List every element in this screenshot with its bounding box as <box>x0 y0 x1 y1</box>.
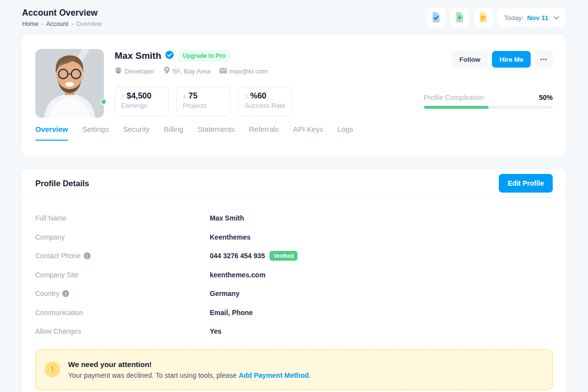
detail-row-country: Country ! Germany <box>35 284 553 303</box>
tab-billing[interactable]: Billing <box>164 125 183 141</box>
verified-seal-icon <box>165 50 174 61</box>
profile-role[interactable]: Developer <box>115 67 155 75</box>
online-status-dot <box>100 98 107 105</box>
profile-completion: Profile Compleation 50% <box>424 94 553 109</box>
edit-profile-button[interactable]: Edit Profile <box>499 174 553 193</box>
upgrade-to-pro-badge[interactable]: Upgrade to Pro <box>178 50 230 62</box>
more-options-button[interactable]: ••• <box>535 51 553 68</box>
info-icon[interactable]: ! <box>62 290 69 297</box>
page-header: Account Overview Home • Account • Overvi… <box>0 0 588 34</box>
profile-email[interactable]: max@kt.com <box>220 67 268 75</box>
detail-value: keenthemes.com <box>210 271 266 279</box>
date-picker[interactable]: Today: Nov 11 <box>497 8 566 27</box>
tab-settings[interactable]: Settings <box>82 125 109 141</box>
details-body: Full Name Max Smith Company Keenthemes C… <box>22 198 566 341</box>
date-label: Today: <box>504 14 524 22</box>
alert-content: We need your attention! Your payment was… <box>68 360 311 379</box>
attention-alert: ! We need your attention! Your payment w… <box>35 349 553 390</box>
warning-icon: ! <box>45 362 60 377</box>
profile-meta: Developer SF, Bay Area max@kt.com <box>115 67 424 75</box>
detail-value: Max Smith <box>210 214 244 222</box>
breadcrumb: Home • Account • Overview <box>22 21 101 27</box>
stat-value: %60 <box>250 91 267 100</box>
file-add-icon <box>455 12 465 24</box>
detail-label: Communication <box>35 309 210 317</box>
chevron-down-icon <box>554 15 559 21</box>
detail-row-communication: Communication Email, Phone <box>35 303 553 322</box>
detail-label: Company <box>35 233 210 241</box>
profile-details-card: Profile Details Edit Profile Full Name M… <box>22 169 566 392</box>
detail-row-allow-changes: Allow Changes Yes <box>35 322 553 341</box>
breadcrumb-separator: • <box>41 21 43 27</box>
date-value: Nov 11 <box>527 14 548 22</box>
detail-value: 044 3276 454 935 <box>210 252 265 260</box>
profile-stats: ↑ $4,500 Earnings ↓ 75 Projects ↑ %60 <box>115 87 424 116</box>
details-title: Profile Details <box>35 179 89 188</box>
tab-api-keys[interactable]: API Keys <box>293 125 323 141</box>
stat-projects: ↓ 75 Projects <box>176 87 230 116</box>
profile-card: Max Smith Upgrade to Pro Developer <box>22 34 566 157</box>
stat-value: $4,500 <box>127 91 151 100</box>
detail-value: Keenthemes <box>210 233 250 241</box>
detail-value: Germany <box>210 290 240 297</box>
alert-title: We need your attention! <box>68 360 311 368</box>
completion-progress-fill <box>424 106 489 109</box>
tab-security[interactable]: Security <box>123 125 149 141</box>
location-icon <box>164 67 170 75</box>
header-toolbar: Today: Nov 11 <box>427 8 566 27</box>
info-icon[interactable]: ! <box>84 252 91 259</box>
tab-statements[interactable]: Statements <box>197 125 235 141</box>
email-icon <box>220 68 227 75</box>
stat-success-rate: ↑ %60 Success Rate <box>238 87 292 116</box>
breadcrumb-separator: • <box>71 21 73 27</box>
stat-earnings: ↑ $4,500 Earnings <box>115 87 169 116</box>
completion-label: Profile Compleation <box>424 94 484 101</box>
detail-label: Company Site <box>35 271 210 279</box>
arrow-up-icon: ↑ <box>121 92 124 99</box>
stat-label: Projects <box>183 102 224 109</box>
alert-body: Your payment was declined. To start usin… <box>68 371 311 379</box>
hire-me-button[interactable]: Hire Me <box>492 51 531 68</box>
breadcrumb-home[interactable]: Home <box>22 21 38 27</box>
tab-logs[interactable]: Logs <box>338 125 354 141</box>
profile-info: Max Smith Upgrade to Pro Developer <box>104 49 424 118</box>
file-notes-button[interactable] <box>474 8 492 27</box>
stat-label: Success Rate <box>245 102 286 109</box>
completion-percent: 50% <box>539 94 553 101</box>
tab-overview[interactable]: Overview <box>35 125 68 141</box>
detail-label: Country <box>35 290 59 297</box>
profile-right-panel: Follow Hire Me ••• Profile Compleation 5… <box>424 49 553 118</box>
profile-name[interactable]: Max Smith <box>115 50 161 61</box>
user-icon <box>115 67 122 75</box>
file-check-icon <box>431 12 441 24</box>
detail-row-company-site: Company Site keenthemes.com <box>35 266 553 285</box>
arrow-up-icon: ↑ <box>245 92 248 99</box>
details-header: Profile Details Edit Profile <box>22 169 566 198</box>
detail-value: Email, Phone <box>210 309 253 317</box>
detail-label: Full Name <box>35 214 210 222</box>
file-add-button[interactable] <box>450 8 469 27</box>
profile-location[interactable]: SF, Bay Area <box>164 67 211 75</box>
stat-value: 75 <box>189 91 197 100</box>
avatar <box>35 49 104 118</box>
arrow-down-icon: ↓ <box>183 92 186 99</box>
page-title: Account Overview <box>22 8 101 18</box>
breadcrumb-overview: Overview <box>76 21 101 27</box>
file-notes-icon <box>478 12 488 24</box>
detail-row-full-name: Full Name Max Smith <box>35 209 553 228</box>
breadcrumb-account[interactable]: Account <box>46 21 68 27</box>
verified-badge: Verified <box>270 251 298 261</box>
file-check-button[interactable] <box>427 8 445 27</box>
tab-referrals[interactable]: Referrals <box>249 125 279 141</box>
detail-row-company: Company Keenthemes <box>35 228 553 247</box>
completion-progress-bar <box>424 106 553 109</box>
stat-label: Earnings <box>121 102 162 109</box>
follow-button[interactable]: Follow <box>452 51 488 68</box>
detail-value: Yes <box>210 327 221 335</box>
detail-label: Contact Phone <box>35 252 81 260</box>
detail-row-contact-phone: Contact Phone ! 044 3276 454 935 Verifie… <box>35 246 553 266</box>
header-left: Account Overview Home • Account • Overvi… <box>22 8 101 27</box>
detail-label: Allow Changes <box>35 327 210 335</box>
add-payment-method-link[interactable]: Add Payment Method <box>239 371 309 379</box>
profile-tabs: Overview Settings Security Billing State… <box>35 125 553 141</box>
